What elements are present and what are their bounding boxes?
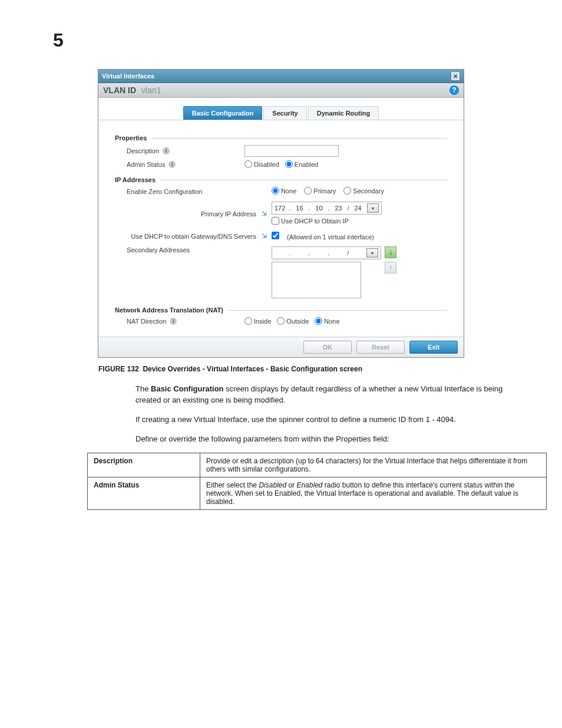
exit-button[interactable]: Exit xyxy=(409,341,458,354)
remove-button-icon: ↑ xyxy=(385,262,396,274)
divider xyxy=(160,180,447,180)
radio-nat-outside[interactable]: Outside xyxy=(277,317,309,325)
info-icon[interactable]: i xyxy=(168,161,176,168)
zero-conf-label: Enable Zero Configuration xyxy=(127,188,268,195)
radio-admin-enabled[interactable]: Enabled xyxy=(285,160,318,168)
dialog-title: Virtual Interfaces xyxy=(102,73,154,80)
vlan-id-value: vlan1 xyxy=(141,85,161,95)
primary-ip-field: 172. 16. 10. 23/ 24 ▾ Use DHCP to Obtain… xyxy=(272,202,447,226)
ip-octet-3[interactable]: 10 xyxy=(313,205,324,212)
section-title-properties: Properties xyxy=(115,134,447,141)
primary-ip-label: Primary IP Address xyxy=(201,210,256,218)
body-paragraph: If creating a new Virtual Interface, use… xyxy=(135,414,524,426)
dialog-footer: OK Reset Exit xyxy=(98,337,464,357)
row-admin-status: Admin Status i Disabled Enabled xyxy=(127,160,447,168)
ip-octet-1[interactable] xyxy=(275,249,285,256)
tab-dynamic-routing[interactable]: Dynamic Routing xyxy=(308,106,379,120)
ip-mask[interactable]: 24 xyxy=(353,205,363,212)
document-page: 5 Virtual Interfaces ✕ VLAN ID vlan1 ? B… xyxy=(0,0,562,545)
section-title-label: Properties xyxy=(115,134,147,141)
secondary-addresses-label: Secondary Addresses xyxy=(127,246,268,253)
body-paragraph: The Basic Configuration screen displays … xyxy=(135,384,524,406)
body-paragraph: Define or override the following paramet… xyxy=(135,434,524,445)
param-name: Description xyxy=(88,453,200,477)
info-icon[interactable]: i xyxy=(170,318,177,325)
ip-octet-4[interactable] xyxy=(333,249,343,256)
checkbox-use-dhcp-gw[interactable] xyxy=(272,232,279,239)
dialog-subheader: VLAN ID vlan1 ? xyxy=(98,83,464,98)
ok-button[interactable]: OK xyxy=(303,341,352,354)
chevron-down-icon[interactable]: ▾ xyxy=(367,203,379,213)
radio-zero-conf-primary[interactable]: Primary xyxy=(304,187,336,195)
figure-caption: FIGURE 132 Device Overrides - Virtual In… xyxy=(98,365,464,373)
ip-octet-2[interactable]: 16 xyxy=(294,205,305,212)
table-row: Description Provide or edit a descriptio… xyxy=(88,453,547,477)
dialog-title-bar: Virtual Interfaces ✕ xyxy=(98,70,464,83)
ip-octet-1[interactable]: 172 xyxy=(275,205,285,212)
subheader-left: VLAN ID vlan1 xyxy=(103,85,161,95)
section-title-label: Network Address Translation (NAT) xyxy=(115,307,223,314)
checkbox-use-dhcp-ip[interactable]: Use DHCP to Obtain IP xyxy=(272,217,349,225)
radio-nat-none[interactable]: None xyxy=(315,317,339,325)
secondary-ip-input[interactable]: . . . / ▾ xyxy=(272,246,381,259)
dialog-tabs: Basic Configuration Security Dynamic Rou… xyxy=(98,106,464,120)
ip-octet-3[interactable] xyxy=(313,249,324,256)
ip-mask[interactable] xyxy=(352,249,363,256)
help-icon[interactable]: ? xyxy=(449,85,459,95)
divider xyxy=(151,138,447,139)
description-input[interactable] xyxy=(244,145,339,157)
section-title-label: IP Addresses xyxy=(115,176,156,183)
admin-status-label: Admin Status xyxy=(127,161,165,168)
close-icon[interactable]: ✕ xyxy=(451,71,460,81)
chevron-down-icon[interactable]: ▾ xyxy=(366,248,378,258)
nat-direction-label: NAT Direction xyxy=(127,318,166,325)
tab-security[interactable]: Security xyxy=(263,106,306,120)
primary-ip-input[interactable]: 172. 16. 10. 23/ 24 ▾ xyxy=(272,202,382,215)
ip-grid: Enable Zero Configuration None Primary S… xyxy=(127,187,447,298)
virtual-interfaces-dialog: Virtual Interfaces ✕ VLAN ID vlan1 ? Bas… xyxy=(98,69,464,358)
ip-octet-2[interactable] xyxy=(294,249,305,256)
reset-button[interactable]: Reset xyxy=(356,341,405,354)
table-row: Admin Status Either select the Disabled … xyxy=(88,477,547,510)
use-dhcp-gw-field: (Allowed on 1 virtual interface) xyxy=(272,232,447,241)
tab-basic-configuration[interactable]: Basic Configuration xyxy=(183,106,263,120)
add-button-icon[interactable]: ↓ xyxy=(385,246,396,258)
page-number: 5 xyxy=(53,29,527,51)
link-icon[interactable]: ⇲ xyxy=(260,210,268,218)
parameters-table: Description Provide or edit a descriptio… xyxy=(87,453,547,510)
vlan-id-label: VLAN ID xyxy=(103,85,136,95)
section-title-nat: Network Address Translation (NAT) xyxy=(115,307,447,314)
link-icon[interactable]: ⇲ xyxy=(260,232,268,241)
use-dhcp-gw-label: Use DHCP to obtain Gateway/DNS Servers xyxy=(131,233,256,240)
radio-nat-inside[interactable]: Inside xyxy=(244,317,271,325)
radio-zero-conf-none[interactable]: None xyxy=(272,187,296,195)
param-name: Admin Status xyxy=(88,477,200,510)
ip-octet-4[interactable]: 23 xyxy=(333,205,344,212)
secondary-addresses-control: . . . / ▾ ↓ ↑ xyxy=(272,246,447,298)
divider xyxy=(228,310,447,311)
figure-caption-text: Device Overrides - Virtual Interfaces - … xyxy=(143,365,362,373)
zero-conf-options: None Primary Secondary xyxy=(272,187,447,196)
figure-label: FIGURE 132 xyxy=(98,365,139,373)
param-description: Provide or edit a description (up to 64 … xyxy=(200,453,547,477)
radio-admin-disabled[interactable]: Disabled xyxy=(244,160,279,168)
use-dhcp-gw-note: (Allowed on 1 virtual interface) xyxy=(287,233,374,241)
radio-zero-conf-secondary[interactable]: Secondary xyxy=(343,187,384,195)
param-description: Either select the Disabled or Enabled ra… xyxy=(200,477,547,510)
section-title-ip-addresses: IP Addresses xyxy=(115,176,447,183)
row-nat-direction: NAT Direction i Inside Outside None xyxy=(127,317,447,325)
secondary-ip-list[interactable] xyxy=(272,262,361,298)
description-label: Description xyxy=(127,147,159,154)
dialog-body: Properties Description i Admin Status i … xyxy=(98,120,464,337)
info-icon[interactable]: i xyxy=(163,147,170,154)
row-description: Description i xyxy=(127,145,447,157)
